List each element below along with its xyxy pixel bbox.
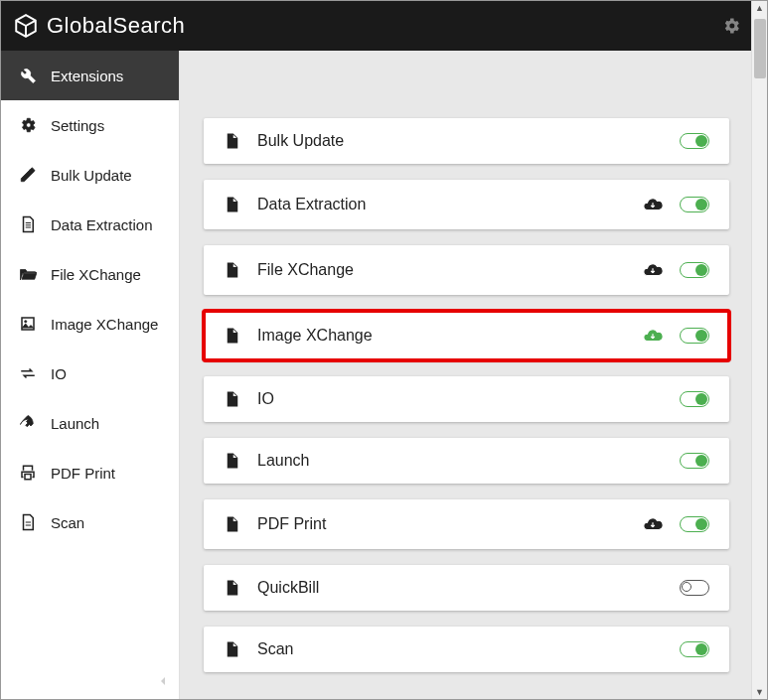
sidebar-item-io[interactable]: IO bbox=[1, 349, 179, 398]
extension-card-image-xchange[interactable]: Image XChange bbox=[204, 311, 729, 360]
toggle-switch[interactable] bbox=[680, 328, 709, 344]
svg-point-0 bbox=[25, 321, 27, 323]
sidebar-item-label: Scan bbox=[51, 514, 84, 531]
logo-icon bbox=[13, 13, 39, 39]
page-icon bbox=[19, 513, 37, 531]
scroll-up-icon[interactable]: ▲ bbox=[755, 3, 764, 13]
toggle-switch[interactable] bbox=[680, 641, 709, 657]
toggle-switch[interactable] bbox=[680, 133, 709, 149]
sidebar-item-label: IO bbox=[51, 365, 67, 382]
cloud-download-icon bbox=[642, 325, 664, 347]
scrollbar-thumb[interactable] bbox=[754, 19, 766, 78]
sidebar-item-label: Bulk Update bbox=[51, 167, 132, 184]
sidebar-item-settings[interactable]: Settings bbox=[1, 100, 179, 150]
sidebar-item-label: Data Extraction bbox=[51, 216, 153, 233]
sidebar-item-label: Extensions bbox=[51, 68, 123, 84]
image-icon bbox=[19, 315, 37, 333]
cloud-download-icon bbox=[642, 513, 664, 535]
settings-gears-icon[interactable] bbox=[721, 16, 741, 36]
sidebar-item-launch[interactable]: Launch bbox=[1, 398, 179, 448]
document-icon bbox=[224, 196, 241, 213]
extension-label: Image XChange bbox=[257, 327, 626, 345]
extension-card-data-extraction[interactable]: Data Extraction bbox=[204, 180, 729, 229]
topbar: GlobalSearch bbox=[1, 1, 753, 51]
sidebar-item-label: Image XChange bbox=[51, 316, 158, 333]
sidebar-item-pdf-print[interactable]: PDF Print bbox=[1, 448, 179, 497]
scroll-down-icon[interactable]: ▼ bbox=[755, 687, 764, 697]
extension-card-launch[interactable]: Launch bbox=[204, 438, 729, 484]
document-icon bbox=[224, 261, 241, 279]
sidebar-item-image-xchange[interactable]: Image XChange bbox=[1, 299, 179, 349]
toggle-switch[interactable] bbox=[680, 391, 709, 407]
extension-card-bulk-update[interactable]: Bulk Update bbox=[204, 118, 729, 164]
extension-label: Scan bbox=[257, 640, 664, 658]
toggle-switch[interactable] bbox=[680, 197, 709, 212]
rocket-icon bbox=[19, 414, 37, 432]
sidebar: ExtensionsSettingsBulk UpdateData Extrac… bbox=[1, 51, 180, 699]
toggle-switch[interactable] bbox=[680, 580, 709, 596]
document-icon bbox=[224, 579, 241, 597]
sidebar-item-scan[interactable]: Scan bbox=[1, 497, 179, 547]
vertical-scrollbar[interactable]: ▲ ▼ bbox=[751, 1, 767, 699]
wrench-icon bbox=[19, 67, 37, 84]
transfer-icon bbox=[19, 364, 37, 382]
extension-label: IO bbox=[257, 390, 664, 408]
toggle-switch[interactable] bbox=[680, 516, 709, 532]
document-icon bbox=[224, 390, 241, 408]
extension-label: Bulk Update bbox=[257, 132, 664, 150]
sidebar-item-bulk-update[interactable]: Bulk Update bbox=[1, 150, 179, 200]
document-lines-icon bbox=[19, 215, 37, 233]
cloud-download-icon bbox=[642, 194, 664, 215]
extension-card-pdf-print[interactable]: PDF Print bbox=[204, 499, 729, 549]
extension-label: Launch bbox=[257, 452, 664, 470]
print-icon bbox=[19, 464, 37, 482]
toggle-switch[interactable] bbox=[680, 262, 709, 278]
extension-card-scan[interactable]: Scan bbox=[204, 627, 729, 672]
toggle-switch[interactable] bbox=[680, 453, 709, 469]
sidebar-item-file-xchange[interactable]: File XChange bbox=[1, 249, 179, 299]
collapse-sidebar-icon[interactable] bbox=[155, 673, 171, 689]
folder-open-icon bbox=[19, 265, 37, 283]
sidebar-item-label: Launch bbox=[51, 415, 99, 432]
sidebar-item-label: Settings bbox=[51, 117, 104, 134]
extension-label: Data Extraction bbox=[257, 196, 626, 213]
extension-card-file-xchange[interactable]: File XChange bbox=[204, 245, 729, 295]
sidebar-item-data-extraction[interactable]: Data Extraction bbox=[1, 200, 179, 249]
content-area: Bulk UpdateData ExtractionFile XChangeIm… bbox=[180, 51, 753, 699]
extension-card-io[interactable]: IO bbox=[204, 376, 729, 422]
gear-icon bbox=[19, 116, 37, 134]
sidebar-item-label: PDF Print bbox=[51, 465, 115, 482]
edit-icon bbox=[19, 166, 37, 184]
sidebar-item-label: File XChange bbox=[51, 266, 141, 283]
document-icon bbox=[224, 515, 241, 533]
document-icon bbox=[224, 452, 241, 470]
extension-label: QuickBill bbox=[257, 579, 664, 597]
cloud-download-icon bbox=[642, 259, 664, 281]
extension-card-quickbill[interactable]: QuickBill bbox=[204, 565, 729, 611]
extension-label: File XChange bbox=[257, 261, 626, 279]
document-icon bbox=[224, 327, 241, 345]
brand: GlobalSearch bbox=[13, 13, 185, 39]
extension-label: PDF Print bbox=[257, 515, 626, 533]
brand-text: GlobalSearch bbox=[47, 13, 185, 39]
document-icon bbox=[224, 132, 241, 150]
sidebar-item-extensions[interactable]: Extensions bbox=[1, 51, 179, 100]
document-icon bbox=[224, 640, 241, 658]
